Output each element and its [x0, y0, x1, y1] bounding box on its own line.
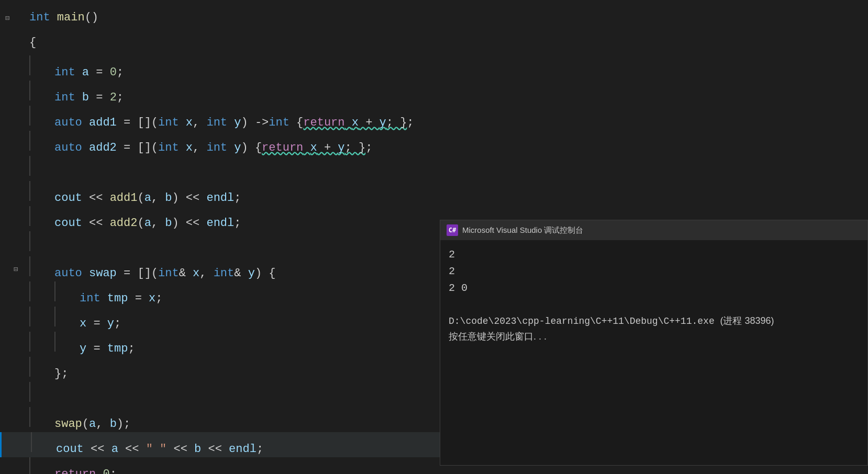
code-tokens-2: {: [29, 30, 36, 55]
code-line-1: ⊟ int main(): [0, 5, 868, 30]
code-line-4: int b = 2;: [0, 81, 868, 106]
debug-console-icon: C#: [447, 224, 458, 236]
code-line-8: cout << add1(a, b) << endl;: [0, 181, 868, 206]
code-tokens-1: int main(): [29, 5, 98, 30]
code-line-6: auto add2 = [](int x, int y) {return x +…: [0, 131, 868, 156]
code-line-2: {: [0, 30, 868, 55]
code-line-7: [0, 156, 868, 181]
debug-output-line-1: 2: [449, 246, 859, 263]
debug-console-body: 2 2 2 0 D:\code\2023\cpp-learning\C++11\…: [440, 240, 867, 351]
code-tokens-19: return 0;: [54, 462, 117, 474]
debug-output-line-2: 2: [449, 263, 859, 280]
collapse-icon-11[interactable]: ⊟: [12, 265, 20, 274]
debug-console[interactable]: C# Microsoft Visual Studio 调试控制台 2 2 2 0…: [440, 220, 868, 466]
debug-console-title: Microsoft Visual Studio 调试控制台: [462, 225, 583, 235]
debug-console-titlebar: C# Microsoft Visual Studio 调试控制台: [440, 220, 867, 240]
debug-output-line-3: 2 0: [449, 280, 859, 297]
code-line-3: int a = 0;: [0, 55, 868, 81]
collapse-icon-1[interactable]: ⊟: [3, 14, 12, 22]
code-line-5: auto add1 = [](int x, int y) ->int {retu…: [0, 106, 868, 131]
debug-path-line: D:\code\2023\cpp-learning\C++11\Debug\C+…: [449, 313, 859, 329]
debug-close-hint: 按任意键关闭此窗口. . .: [449, 329, 859, 344]
